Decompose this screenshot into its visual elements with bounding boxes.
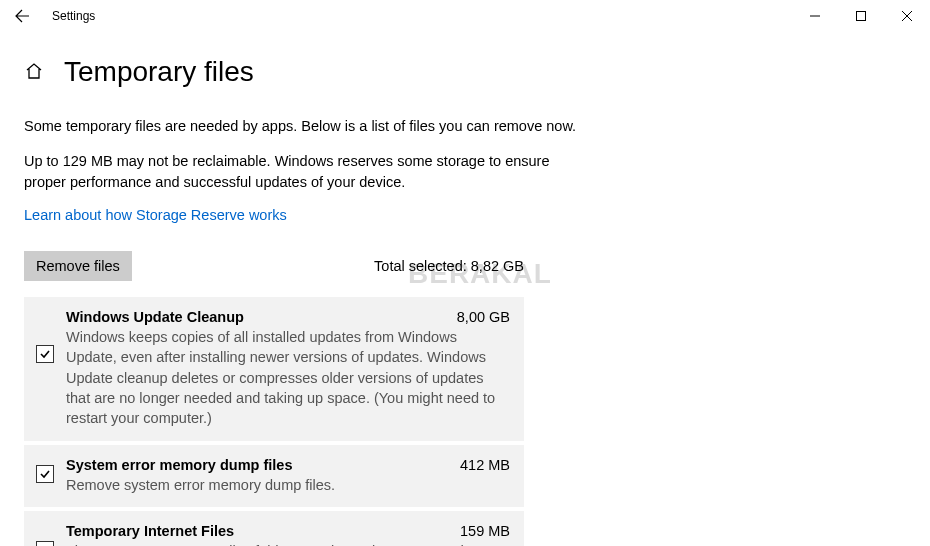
content: Temporary files Some temporary files are… bbox=[0, 32, 930, 546]
action-row: Remove files Total selected: 8,82 GB bbox=[24, 251, 524, 281]
item-size: 159 MB bbox=[460, 523, 510, 539]
intro-text-1: Some temporary files are needed by apps.… bbox=[24, 116, 584, 137]
maximize-icon bbox=[856, 11, 866, 21]
item-title: Windows Update Cleanup bbox=[66, 309, 244, 325]
item-title: System error memory dump files bbox=[66, 457, 292, 473]
item-description: Remove system error memory dump files. bbox=[66, 475, 510, 495]
remove-files-button[interactable]: Remove files bbox=[24, 251, 132, 281]
intro-text-2: Up to 129 MB may not be reclaimable. Win… bbox=[24, 151, 584, 193]
list-item[interactable]: Temporary Internet Files 159 MB The Temp… bbox=[24, 511, 524, 546]
item-size: 8,00 GB bbox=[457, 309, 510, 325]
minimize-button[interactable] bbox=[792, 0, 838, 32]
page-header: Temporary files bbox=[24, 56, 906, 88]
checkbox[interactable] bbox=[36, 345, 54, 363]
file-list: Windows Update Cleanup 8,00 GB Windows k… bbox=[24, 297, 524, 546]
minimize-icon bbox=[810, 11, 820, 21]
check-icon bbox=[39, 348, 51, 360]
checkbox[interactable] bbox=[36, 541, 54, 546]
svg-rect-1 bbox=[857, 12, 866, 21]
item-description: The Temporary Internet Files folder cont… bbox=[66, 541, 510, 546]
item-description: Windows keeps copies of all installed up… bbox=[66, 327, 510, 428]
page-title: Temporary files bbox=[64, 56, 254, 88]
check-icon bbox=[39, 468, 51, 480]
list-item[interactable]: System error memory dump files 412 MB Re… bbox=[24, 445, 524, 507]
checkbox[interactable] bbox=[36, 465, 54, 483]
titlebar: Settings bbox=[0, 0, 930, 32]
home-icon[interactable] bbox=[24, 61, 44, 84]
storage-reserve-link[interactable]: Learn about how Storage Reserve works bbox=[24, 207, 287, 223]
app-title: Settings bbox=[52, 9, 95, 23]
maximize-button[interactable] bbox=[838, 0, 884, 32]
close-icon bbox=[902, 11, 912, 21]
item-size: 412 MB bbox=[460, 457, 510, 473]
total-label: Total selected: bbox=[374, 258, 471, 274]
close-button[interactable] bbox=[884, 0, 930, 32]
item-title: Temporary Internet Files bbox=[66, 523, 234, 539]
list-item[interactable]: Windows Update Cleanup 8,00 GB Windows k… bbox=[24, 297, 524, 440]
back-button[interactable] bbox=[0, 0, 44, 32]
total-value: 8,82 GB bbox=[471, 258, 524, 274]
arrow-left-icon bbox=[14, 8, 30, 24]
total-selected: Total selected: 8,82 GB bbox=[374, 258, 524, 274]
